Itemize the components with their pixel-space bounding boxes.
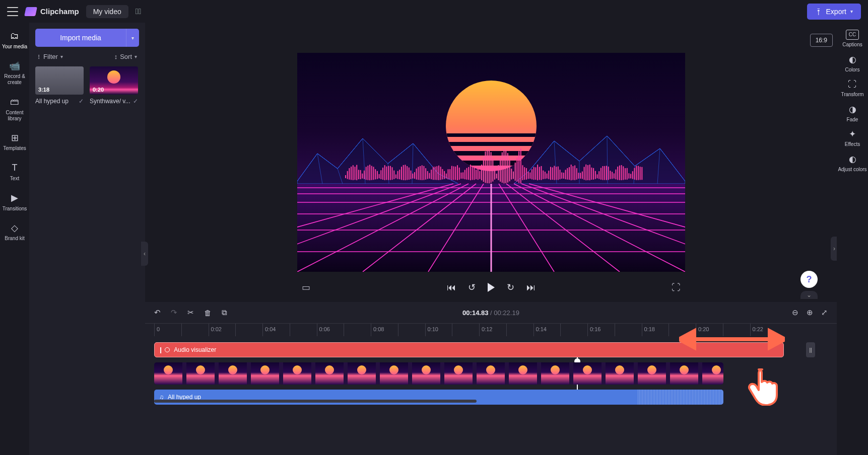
fullscreen-icon[interactable]: ⛶: [667, 282, 685, 293]
rr-adjust-colors[interactable]: ◐Adjust colors: [838, 155, 866, 173]
media-item-audio[interactable]: 3:18 All hyped up✓: [35, 66, 84, 105]
svg-rect-53: [412, 174, 413, 179]
preview-off-icon[interactable]: 👁̸: [136, 7, 142, 16]
aspect-ratio-button[interactable]: 16:9: [810, 34, 833, 47]
svg-rect-49: [405, 165, 406, 180]
svg-rect-110: [518, 151, 519, 183]
rr-transform[interactable]: ⛶Transform: [841, 80, 863, 98]
playback-controls: ▭ ⏮ ↺ ↻ ⏭ ⛶: [297, 282, 685, 293]
rr-colors[interactable]: ◐Colors: [845, 55, 860, 73]
svg-rect-42: [391, 167, 392, 180]
rail-content-library[interactable]: 🗃Content library: [0, 94, 29, 125]
svg-rect-130: [556, 167, 557, 180]
svg-rect-59: [423, 166, 424, 180]
svg-rect-28: [365, 167, 366, 180]
delete-icon[interactable]: 🗑: [204, 309, 212, 317]
svg-rect-161: [613, 173, 614, 178]
svg-rect-88: [477, 167, 478, 180]
svg-rect-21: [352, 165, 353, 180]
zoom-in-icon[interactable]: ⊕: [807, 308, 813, 317]
svg-rect-146: [585, 165, 586, 181]
rewind-icon[interactable]: ↺: [468, 282, 476, 293]
svg-rect-92: [485, 151, 486, 183]
svg-rect-113: [524, 167, 525, 180]
media-item-video[interactable]: 0:20 Synthwave/ v...✓: [90, 66, 138, 105]
menu-icon[interactable]: [7, 7, 18, 16]
skip-end-icon[interactable]: ⏭: [526, 282, 536, 293]
video-preview[interactable]: [297, 53, 685, 272]
play-button[interactable]: [488, 283, 495, 292]
rail-transitions[interactable]: ▶Transitions: [0, 190, 29, 215]
track-video: [154, 362, 804, 385]
svg-rect-112: [522, 165, 523, 180]
left-rail: 🗂Your media 📹Record & create 🗃Content li…: [0, 23, 29, 455]
rail-templates[interactable]: ⊞Templates: [0, 130, 29, 155]
svg-rect-56: [418, 167, 419, 180]
rr-effects[interactable]: ✦Effects: [845, 129, 860, 147]
import-dropdown-button[interactable]: ▾: [126, 29, 139, 47]
skip-start-icon[interactable]: ⏮: [447, 282, 456, 293]
chevron-down-icon: ▾: [850, 9, 853, 14]
rr-captions[interactable]: CCCaptions: [842, 30, 862, 48]
clip-resize-handle[interactable]: ||: [806, 342, 815, 357]
svg-rect-60: [425, 168, 426, 180]
svg-rect-140: [574, 166, 575, 180]
svg-rect-134: [563, 173, 564, 179]
rail-text[interactable]: TText: [0, 160, 29, 185]
project-name-input[interactable]: My video: [86, 5, 128, 18]
svg-rect-114: [525, 168, 526, 180]
media-thumbnails: 3:18 All hyped up✓ 0:20 Synthwave/ v...✓: [35, 66, 139, 105]
svg-rect-13: [443, 133, 544, 137]
svg-rect-70: [444, 171, 445, 179]
transform-icon: ⛶: [846, 80, 859, 90]
export-button[interactable]: ⭱ Export ▾: [807, 4, 861, 20]
svg-rect-68: [440, 167, 441, 180]
crop-icon[interactable]: ▭: [297, 282, 315, 293]
timeline: ↶ ↷ ✂ 🗑 ⧉ 00:14.83 / 00:22.19 ⊖ ⊕ ⤢ || A…: [145, 302, 837, 455]
svg-rect-38: [384, 165, 385, 180]
svg-rect-104: [507, 153, 508, 183]
svg-rect-135: [565, 170, 566, 179]
help-expand-button[interactable]: ⌄: [800, 291, 818, 299]
import-media-button[interactable]: Import media: [35, 29, 126, 47]
svg-rect-18: [347, 171, 348, 179]
grip-icon: ||: [160, 346, 161, 353]
svg-rect-171: [632, 171, 633, 179]
svg-rect-27: [364, 171, 365, 179]
duplicate-icon[interactable]: ⧉: [222, 308, 227, 317]
filter-button[interactable]: ⫶Filter▾: [37, 53, 63, 60]
svg-rect-73: [449, 169, 450, 179]
svg-rect-157: [606, 166, 607, 180]
sort-button[interactable]: ↕Sort▾: [114, 53, 137, 60]
undo-icon[interactable]: ↶: [154, 308, 161, 317]
redo-icon[interactable]: ↷: [171, 308, 177, 317]
svg-rect-57: [420, 166, 421, 180]
svg-rect-160: [612, 172, 613, 179]
help-button[interactable]: ?: [800, 271, 818, 288]
right-rail: CCCaptions ◐Colors ⛶Transform ◑Fade ✦Eff…: [837, 23, 868, 455]
rail-brand-kit[interactable]: ◇Brand kit: [0, 220, 29, 245]
timeline-ruler[interactable]: [145, 323, 837, 336]
svg-rect-94: [488, 149, 489, 183]
svg-rect-169: [628, 173, 629, 179]
horizontal-scrollbar[interactable]: [154, 400, 477, 403]
rail-your-media[interactable]: 🗂Your media: [0, 28, 29, 53]
clip-synthwave-video[interactable]: [154, 362, 723, 385]
forward-icon[interactable]: ↻: [507, 282, 514, 293]
rr-fade[interactable]: ◑Fade: [846, 105, 859, 123]
svg-rect-132: [559, 170, 560, 179]
rail-record-create[interactable]: 📹Record & create: [0, 58, 29, 89]
clip-audio-visualizer[interactable]: || Audio visualizer: [154, 342, 784, 357]
cut-icon[interactable]: ✂: [187, 308, 194, 317]
svg-rect-108: [514, 163, 515, 181]
clip-label: Audio visualizer: [174, 346, 216, 353]
svg-rect-137: [569, 167, 570, 180]
synthwave-preview-image: [297, 53, 685, 272]
svg-rect-159: [610, 171, 611, 179]
zoom-out-icon[interactable]: ⊖: [792, 308, 798, 317]
svg-rect-100: [500, 158, 501, 182]
svg-rect-65: [434, 167, 435, 180]
svg-rect-17: [345, 175, 346, 178]
svg-rect-75: [453, 166, 454, 180]
fit-icon[interactable]: ⤢: [821, 308, 828, 317]
